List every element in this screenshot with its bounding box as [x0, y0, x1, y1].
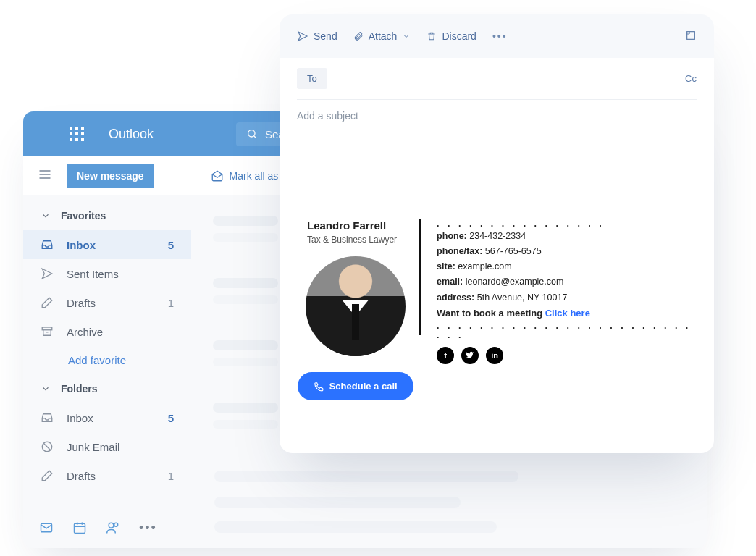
chevron-down-icon: [41, 211, 51, 221]
send-label: Send: [314, 30, 337, 42]
compose-toolbar: Send Attach Discard •••: [280, 14, 714, 58]
sidebar-item-drafts[interactable]: Drafts 1: [23, 288, 191, 317]
archive-icon: [41, 325, 54, 338]
discard-button[interactable]: Discard: [427, 30, 476, 42]
menu-icon[interactable]: [38, 167, 52, 185]
popout-icon: [685, 30, 697, 41]
cc-button[interactable]: Cc: [685, 73, 697, 84]
skeleton-bar: [214, 471, 518, 482]
discard-label: Discard: [442, 30, 476, 42]
drafts-badge: 1: [168, 297, 174, 309]
new-message-button[interactable]: New message: [67, 164, 154, 188]
inbox2-label: Inbox: [67, 412, 93, 424]
attach-label: Attach: [369, 30, 398, 42]
signature-fax: phone/fax: 567-765-6575: [437, 244, 697, 259]
sidebar-item-junk[interactable]: Junk Email: [23, 432, 191, 461]
drafts2-label: Drafts: [67, 470, 96, 482]
chevron-down-icon: [402, 32, 411, 41]
block-icon: [41, 440, 54, 453]
chevron-down-icon: [41, 384, 51, 394]
subject-input[interactable]: Add a subject: [297, 100, 697, 132]
inbox-badge: 5: [168, 239, 174, 251]
svg-point-0: [248, 130, 255, 137]
popout-button[interactable]: [685, 30, 697, 43]
drafts-label: Drafts: [67, 297, 96, 309]
add-favorite-button[interactable]: Add favorite: [23, 346, 191, 374]
avatar: [306, 256, 406, 356]
inbox-icon: [41, 238, 54, 251]
folders-label: Folders: [61, 383, 98, 395]
send-icon: [41, 267, 54, 280]
signature-site: site: example.com: [437, 259, 697, 274]
sidebar-item-sent[interactable]: Sent Items: [23, 259, 191, 288]
signature-name: Leandro Farrell: [297, 219, 386, 232]
dot-row: . . . . . . . . . . . . . . . . . . . . …: [437, 321, 697, 340]
app-title: Outlook: [109, 127, 154, 142]
inbox-icon: [41, 411, 54, 424]
cta-link[interactable]: Click here: [545, 308, 590, 319]
inbox-label: Inbox: [67, 239, 96, 251]
svg-point-6: [114, 523, 118, 526]
signature-phone: phone: 234-432-2334: [437, 229, 697, 244]
to-row: To Cc: [297, 58, 697, 100]
send-button[interactable]: Send: [297, 30, 337, 42]
phone-icon: [314, 382, 324, 392]
sidebar-item-inbox[interactable]: Inbox 5: [23, 230, 191, 259]
sidebar: Favorites Inbox 5 Sent Items Drafts 1 Ar…: [23, 195, 191, 548]
section-folders[interactable]: Folders: [23, 374, 191, 403]
send-icon: [297, 30, 308, 42]
sidebar-item-inbox-2[interactable]: Inbox 5: [23, 403, 191, 432]
signature-email: email: leonardo@example.com: [437, 274, 697, 290]
social-icons: f in: [437, 347, 697, 364]
svg-rect-4: [75, 523, 85, 533]
sidebar-item-drafts-2[interactable]: Drafts 1: [23, 461, 191, 490]
svg-point-5: [109, 523, 114, 528]
sent-label: Sent Items: [67, 268, 119, 280]
skeleton-bar: [214, 497, 461, 508]
compose-window: Send Attach Discard ••• To Cc Add a subj…: [280, 14, 714, 453]
junk-label: Junk Email: [67, 441, 119, 453]
signature-address: address: 5th Avenue, NY 10017: [437, 290, 697, 306]
more-icon[interactable]: •••: [139, 521, 157, 538]
schedule-label: Schedule a call: [329, 381, 398, 392]
to-button[interactable]: To: [297, 68, 327, 89]
app-launcher-icon[interactable]: [70, 127, 84, 141]
more-icon[interactable]: •••: [492, 30, 508, 42]
attach-button[interactable]: Attach: [353, 30, 411, 42]
archive-label: Archive: [67, 326, 103, 338]
pencil-icon: [41, 296, 54, 309]
trash-icon: [427, 31, 437, 41]
linkedin-icon[interactable]: in: [486, 347, 503, 364]
favorites-label: Favorites: [61, 210, 106, 222]
envelope-open-icon: [211, 169, 224, 182]
signature-cta: Want to book a meeting Click here: [437, 306, 697, 321]
dot-row: . . . . . . . . . . . . . . . .: [437, 219, 697, 229]
people-icon[interactable]: [106, 521, 120, 538]
mail-icon[interactable]: [39, 521, 54, 538]
skeleton-bar: [214, 521, 497, 533]
sidebar-item-archive[interactable]: Archive: [23, 317, 191, 346]
facebook-icon[interactable]: f: [437, 347, 454, 364]
svg-rect-1: [42, 327, 52, 330]
drafts2-badge: 1: [168, 470, 174, 482]
paperclip-icon: [353, 31, 364, 41]
section-favorites[interactable]: Favorites: [23, 201, 191, 230]
signature-title: Tax & Business Lawyer: [297, 235, 397, 245]
twitter-icon[interactable]: [461, 347, 479, 364]
schedule-call-button[interactable]: Schedule a call: [298, 372, 413, 400]
pencil-icon: [41, 469, 54, 482]
email-signature: Leandro Farrell Tax & Business Lawyer Sc…: [297, 219, 697, 400]
bottom-nav: •••: [23, 510, 191, 548]
calendar-icon[interactable]: [72, 521, 87, 538]
search-icon: [246, 128, 258, 140]
inbox2-badge: 5: [168, 412, 174, 424]
svg-rect-7: [687, 31, 695, 39]
divider: [419, 219, 421, 335]
